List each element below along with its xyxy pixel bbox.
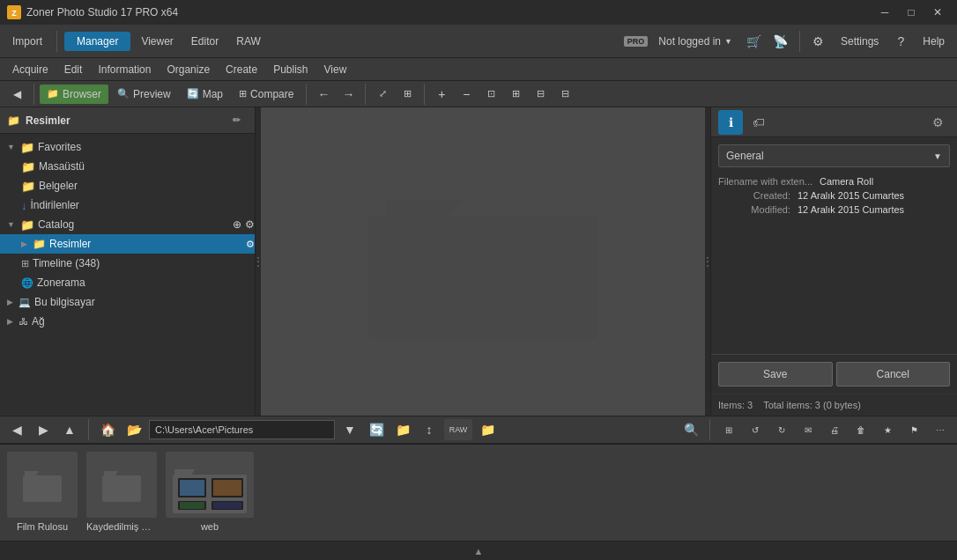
nav-back-icon[interactable]: ←: [312, 84, 335, 105]
dropdown-arrow-icon[interactable]: ▼: [338, 419, 361, 440]
svg-rect-2: [368, 216, 597, 339]
folder-new-icon[interactable]: 📁: [476, 419, 499, 440]
sidebar-item-downloads[interactable]: ↓ İndirilenler: [0, 195, 255, 215]
print-icon[interactable]: 🖨: [823, 419, 846, 440]
cart-icon[interactable]: 🛒: [743, 31, 766, 52]
rotate-cw-icon[interactable]: ↻: [770, 419, 793, 440]
sidebar-item-computer[interactable]: ▶ 💻 Bu bilgisayar: [0, 292, 255, 312]
toolbar-divider-5: [365, 84, 366, 105]
compare-button[interactable]: ⊞ Compare: [232, 85, 300, 104]
settings-icon[interactable]: ⚙: [807, 31, 830, 52]
map-button[interactable]: 🔄 Map: [180, 85, 230, 104]
bottom-toolbar: ◀ ▶ ▲ 🏠 📂 ▼ 🔄 📁 ↕ RAW 📁 🔍 ⊞ ↺ ↻ ✉ 🖨 🗑 ★ …: [0, 416, 957, 444]
sidebar-item-network[interactable]: ▶ 🖧 Ağ: [0, 312, 255, 331]
folder-open-icon[interactable]: 📂: [122, 419, 145, 440]
rss-icon[interactable]: 📡: [769, 31, 792, 52]
sort-icon[interactable]: ↕: [418, 419, 441, 440]
thumbnail-label: Kaydedilmiş Resimler: [86, 521, 157, 532]
zoom-out-icon[interactable]: −: [455, 84, 478, 105]
fullscreen-preview-icon[interactable]: ⊟: [553, 84, 576, 105]
crop-icon[interactable]: ⊞: [396, 84, 419, 105]
menu-publish[interactable]: Publish: [266, 61, 315, 78]
menu-organize[interactable]: Organize: [160, 61, 217, 78]
sidebar-tree: ▼ 📁 Favorites 📁 Masaüstü 📁 Belgeler ↓ İn…: [0, 134, 255, 416]
browser-button[interactable]: 📁 Browser: [40, 85, 108, 104]
menu-acquire[interactable]: Acquire: [5, 61, 56, 78]
minimize-button[interactable]: ─: [872, 4, 897, 21]
settings-button[interactable]: Settings: [834, 32, 886, 51]
home-icon[interactable]: 🏠: [96, 419, 119, 440]
globe-icon: 🌐: [21, 277, 33, 289]
tab-editor[interactable]: Editor: [184, 32, 226, 51]
tab-viewer[interactable]: Viewer: [134, 32, 180, 51]
delete-icon[interactable]: 🗑: [849, 419, 872, 440]
raw-badge-icon[interactable]: RAW: [444, 419, 472, 440]
sidebar-item-favorites[interactable]: ▼ 📁 Favorites: [0, 137, 255, 157]
svg-rect-7: [180, 480, 204, 496]
sidebar-item-resimler[interactable]: ▶ 📁 Resimler ⚙: [0, 234, 255, 254]
zoom-mode-icon[interactable]: ⊟: [529, 84, 552, 105]
sidebar-item-catalog[interactable]: ▼ 📁 Catalog ⊕ ⚙: [0, 215, 255, 234]
sidebar-edit-icon[interactable]: ✏: [225, 110, 248, 131]
zoom-in-icon[interactable]: +: [430, 84, 453, 105]
sidebar-item-desktop[interactable]: 📁 Masaüstü: [0, 157, 255, 176]
not-logged-in-button[interactable]: Not logged in ▼: [651, 32, 739, 51]
email-icon[interactable]: ✉: [797, 419, 820, 440]
titlebar-title: Zoner Photo Studio 17 PRO x64: [26, 6, 178, 18]
help-button[interactable]: Help: [916, 32, 952, 51]
panel-settings-icon[interactable]: ⚙: [925, 110, 950, 135]
sidebar-item-timeline[interactable]: ⊞ Timeline (348): [0, 254, 255, 273]
toolbar-divider-4: [306, 84, 307, 105]
help-icon[interactable]: ?: [889, 31, 912, 52]
select-all-icon[interactable]: ⊞: [717, 419, 740, 440]
statusbar-arrow-up[interactable]: ▲: [474, 546, 484, 556]
more-tools-icon[interactable]: ⋯: [929, 419, 952, 440]
path-input[interactable]: [149, 420, 335, 439]
tab-manager[interactable]: Manager: [64, 32, 130, 51]
network-icon: 🖧: [19, 316, 28, 327]
thumbnail-web[interactable]: web: [166, 452, 254, 532]
star-icon[interactable]: ★: [876, 419, 899, 440]
nav-prev-icon[interactable]: ◀: [5, 419, 28, 440]
catalog-settings-icon[interactable]: ⚙: [245, 218, 255, 231]
save-button[interactable]: Save: [718, 362, 833, 387]
sidebar-item-zonerama[interactable]: 🌐 Zonerama: [0, 273, 255, 292]
nav-next-icon[interactable]: ▶: [32, 419, 55, 440]
thumbnail-kaydedilmis[interactable]: Kaydedilmiş Resimler: [86, 452, 157, 532]
rotate-icon[interactable]: ↺: [744, 419, 767, 440]
tag-tab[interactable]: 🏷: [746, 110, 771, 135]
info-tab[interactable]: ℹ: [718, 110, 743, 135]
sidebar-item-documents[interactable]: 📁 Belgeler: [0, 176, 255, 195]
flag-icon[interactable]: ⚑: [902, 419, 925, 440]
refresh-icon[interactable]: 🔄: [365, 419, 388, 440]
svg-rect-11: [180, 502, 204, 509]
thumbnail-img-kaydedilmis: [86, 452, 157, 518]
menu-information[interactable]: Information: [91, 61, 158, 78]
general-dropdown[interactable]: General ▼: [718, 144, 950, 167]
preview-button[interactable]: 🔍 Preview: [110, 85, 178, 104]
thumbnail-film-rulosu[interactable]: Film Rulosu: [7, 452, 78, 532]
info-row-created: Created: 12 Aralık 2015 Cumartes: [718, 190, 950, 201]
close-button[interactable]: ✕: [925, 4, 950, 21]
sidebar-toggle-icon[interactable]: ◀: [5, 84, 28, 105]
search-icon[interactable]: 🔍: [679, 419, 702, 440]
maximize-button[interactable]: □: [899, 4, 924, 21]
nav-up-icon[interactable]: ▲: [58, 419, 81, 440]
sidebar-icon: 📁: [7, 114, 20, 127]
actual-size-icon[interactable]: ⊞: [504, 84, 527, 105]
menu-create[interactable]: Create: [219, 61, 264, 78]
import-button[interactable]: Import: [5, 32, 49, 51]
resimler-settings-icon[interactable]: ⚙: [246, 239, 255, 250]
main-preview: [261, 107, 705, 416]
folder-icon: 📁: [21, 180, 35, 193]
folder-browse-icon[interactable]: 📁: [391, 419, 414, 440]
menu-view[interactable]: View: [317, 61, 354, 78]
pro-badge: PRO: [624, 36, 649, 47]
menu-edit[interactable]: Edit: [57, 61, 90, 78]
fit-icon[interactable]: ⊡: [479, 84, 502, 105]
nav-forward-icon[interactable]: →: [337, 84, 360, 105]
tab-raw[interactable]: RAW: [229, 32, 268, 51]
panel-buttons: Save Cancel: [711, 354, 957, 394]
cancel-button[interactable]: Cancel: [836, 362, 951, 387]
move-icon[interactable]: ⤢: [371, 84, 394, 105]
